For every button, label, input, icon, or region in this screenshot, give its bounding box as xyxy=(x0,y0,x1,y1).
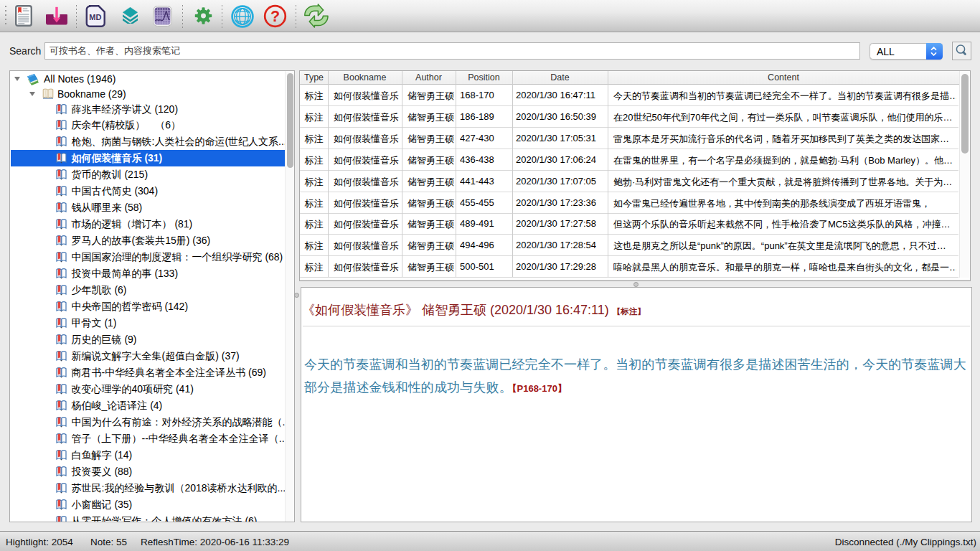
svg-text:?: ? xyxy=(270,8,280,25)
svg-text:MD: MD xyxy=(89,13,101,22)
